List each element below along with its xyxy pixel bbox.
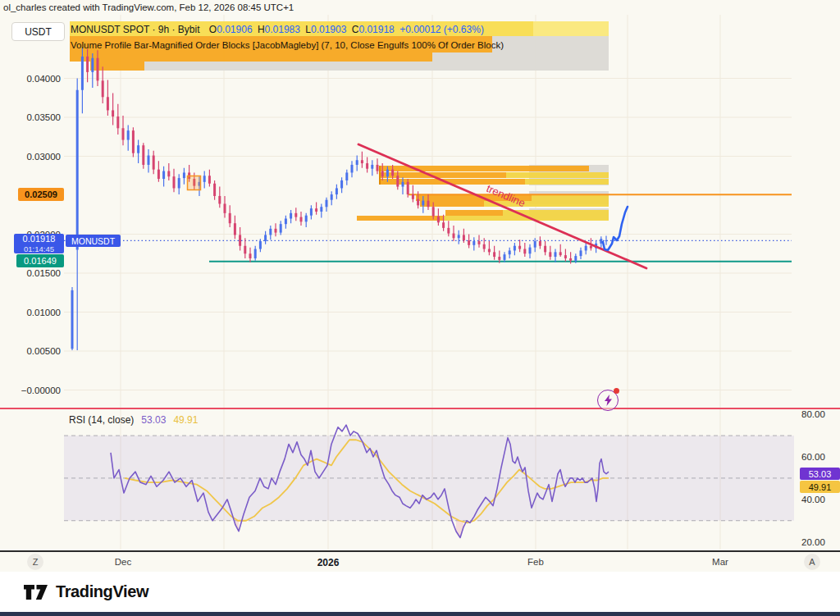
ohlc-high-value: 0.01983 — [265, 24, 300, 35]
bottom-accent-bar — [0, 612, 840, 616]
rsi-header-row[interactable]: RSI (14, close) 53.03 49.91 — [69, 414, 198, 426]
reset-right-scale-button[interactable]: A — [804, 554, 820, 570]
price-tick-label: 0.01000 — [0, 307, 61, 318]
symbol-ohlc-row[interactable]: MONUSDT SPOT· 9h · Bybit O0.01906 H0.019… — [71, 24, 486, 35]
price-tick-label: 0.04000 — [0, 73, 61, 84]
last-price-value: 0.01918 — [23, 235, 56, 244]
rsi-badge-ma: 49.91 — [800, 481, 840, 493]
indicator-title[interactable]: Volume Profile Bar-Magnified Order Block… — [71, 40, 504, 50]
symbol-title: MONUSDT SPOT — [71, 24, 149, 35]
price-label-last: 0.01918 01:14:45 — [14, 234, 64, 253]
rsi-tick-label: 60.00 — [801, 451, 825, 463]
order-block-zones — [70, 21, 609, 221]
price-tick-label: 0.03000 — [0, 151, 61, 162]
attribution-text: ol_charles created with TradingView.com,… — [3, 2, 294, 12]
time-axis-strip[interactable]: Z Dec2026FebMar A — [0, 550, 840, 572]
rsi-title: RSI (14, close) — [69, 414, 134, 426]
price-label-support: 0.01649 — [16, 254, 64, 267]
price-tick-label: −0.00000 — [0, 385, 61, 396]
ohlc-low-label: L — [305, 24, 311, 35]
rsi-tick-label: 20.00 — [801, 536, 825, 548]
price-tick-label: 0.03500 — [0, 112, 61, 123]
tradingview-wordmark: TradingView — [56, 582, 148, 601]
ohlc-low-value: 0.01903 — [311, 24, 346, 35]
rsi-value-main: 53.03 — [141, 414, 166, 426]
currency-scale-button[interactable]: USDT — [11, 22, 65, 41]
time-label-2026: 2026 — [317, 557, 340, 568]
chart-canvas: trendline — [0, 0, 840, 616]
rsi-badge-main: 53.03 — [800, 468, 840, 480]
flash-alert-icon[interactable] — [597, 390, 619, 411]
time-label-mar: Mar — [712, 557, 728, 567]
ohlc-change-value: +0.00012 (+0.63%) — [399, 24, 484, 35]
reset-left-scale-button[interactable]: Z — [27, 554, 43, 570]
ohlc-open-label: O — [209, 24, 217, 35]
lightning-bolt-icon — [604, 395, 613, 406]
ohlc-close-value: 0.01918 — [358, 24, 394, 35]
time-label-dec: Dec — [115, 557, 131, 567]
rsi-pane — [64, 425, 794, 537]
price-tick-label: 0.01500 — [0, 267, 61, 279]
price-line-symbol-tag[interactable]: MONUSDT — [66, 235, 121, 247]
time-label-feb: Feb — [527, 557, 544, 567]
footer-area: TradingView — [0, 572, 840, 612]
price-tick-label: 0.00500 — [0, 345, 61, 357]
pane-separator[interactable] — [0, 408, 840, 409]
price-label-supply: 0.02509 — [18, 188, 64, 201]
rsi-tick-label: 80.00 — [801, 408, 825, 420]
rsi-value-ma: 49.91 — [173, 414, 198, 426]
symbol-meta: · 9h · Bybit — [152, 24, 199, 35]
ohlc-high-label: H — [258, 24, 265, 35]
rsi-tick-label: 40.00 — [801, 494, 825, 505]
alert-dot — [614, 388, 619, 394]
bar-countdown: 01:14:45 — [24, 244, 54, 253]
tradingview-mark-icon — [23, 584, 49, 600]
tradingview-logo[interactable]: TradingView — [23, 582, 148, 601]
ohlc-open-value: 0.01906 — [217, 24, 252, 35]
